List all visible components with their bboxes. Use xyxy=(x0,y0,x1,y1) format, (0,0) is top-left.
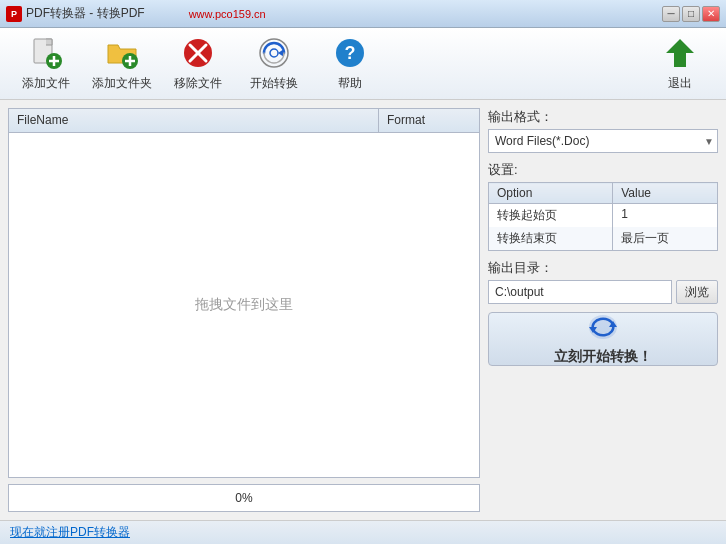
svg-point-11 xyxy=(270,49,278,57)
exit-button[interactable]: 退出 xyxy=(644,34,716,94)
bottom-bar: 现在就注册PDF转换器 xyxy=(0,520,726,544)
remove-file-label: 移除文件 xyxy=(174,75,222,92)
settings-table: Option Value 转换起始页1转换结束页最后一页 xyxy=(488,182,718,251)
close-button[interactable]: ✕ xyxy=(702,6,720,22)
table-row: 转换起始页1 xyxy=(489,204,718,228)
col-filename-header: FileName xyxy=(9,109,379,132)
start-convert-icon xyxy=(256,35,292,71)
browse-button[interactable]: 浏览 xyxy=(676,280,718,304)
format-select[interactable]: Word Files(*.Doc) xyxy=(488,129,718,153)
add-file-icon xyxy=(28,35,64,71)
value-col-header: Value xyxy=(613,183,718,204)
toolbar: 添加文件 添加文件夹 移除文件 xyxy=(0,28,726,100)
value-cell: 1 xyxy=(613,204,718,228)
convert-now-button[interactable]: 立刻开始转换！ xyxy=(488,312,718,366)
remove-file-icon xyxy=(180,35,216,71)
add-folder-button[interactable]: 添加文件夹 xyxy=(86,34,158,94)
main-content: FileName Format 拖拽文件到这里 0% 输出格式： Word Fi… xyxy=(0,100,726,520)
svg-marker-14 xyxy=(666,39,694,67)
col-format-header: Format xyxy=(379,109,479,132)
output-dir-label: 输出目录： xyxy=(488,259,718,277)
remove-file-button[interactable]: 移除文件 xyxy=(162,34,234,94)
option-cell: 转换结束页 xyxy=(489,227,613,251)
file-table-body[interactable]: 拖拽文件到这里 xyxy=(9,133,479,477)
app-icon: P xyxy=(6,6,22,22)
output-format-section: 输出格式： Word Files(*.Doc) ▼ xyxy=(488,108,718,153)
help-label: 帮助 xyxy=(338,75,362,92)
start-convert-button[interactable]: 开始转换 xyxy=(238,34,310,94)
title-bar: P PDF转换器 - 转换PDF www.pco159.cn ─ □ ✕ xyxy=(0,0,726,28)
right-panel: 输出格式： Word Files(*.Doc) ▼ 设置: Option Val… xyxy=(488,108,718,512)
drag-hint-text: 拖拽文件到这里 xyxy=(195,296,293,314)
output-dir-section: 输出目录： 浏览 xyxy=(488,259,718,304)
option-col-header: Option xyxy=(489,183,613,204)
add-folder-label: 添加文件夹 xyxy=(92,75,152,92)
watermark-text: www.pco159.cn xyxy=(189,8,266,20)
title-text: PDF转换器 - 转换PDF xyxy=(26,5,145,22)
register-link[interactable]: 现在就注册PDF转换器 xyxy=(10,524,130,541)
progress-area: 0% xyxy=(8,484,480,512)
add-file-button[interactable]: 添加文件 xyxy=(10,34,82,94)
convert-btn-label: 立刻开始转换！ xyxy=(554,348,652,366)
maximize-button[interactable]: □ xyxy=(682,6,700,22)
value-cell: 最后一页 xyxy=(613,227,718,251)
convert-btn-icon xyxy=(587,313,619,344)
option-cell: 转换起始页 xyxy=(489,204,613,228)
file-table: FileName Format 拖拽文件到这里 xyxy=(8,108,480,478)
help-button[interactable]: ? 帮助 xyxy=(314,34,386,94)
add-file-label: 添加文件 xyxy=(22,75,70,92)
svg-text:?: ? xyxy=(345,43,356,63)
exit-label: 退出 xyxy=(668,75,692,92)
output-dir-input[interactable] xyxy=(488,280,672,304)
output-format-label: 输出格式： xyxy=(488,108,718,126)
start-convert-label: 开始转换 xyxy=(250,75,298,92)
left-panel: FileName Format 拖拽文件到这里 0% xyxy=(8,108,480,512)
title-bar-controls: ─ □ ✕ xyxy=(662,6,720,22)
format-select-wrapper: Word Files(*.Doc) ▼ xyxy=(488,129,718,153)
file-table-header: FileName Format xyxy=(9,109,479,133)
title-bar-left: P PDF转换器 - 转换PDF www.pco159.cn xyxy=(6,5,266,22)
minimize-button[interactable]: ─ xyxy=(662,6,680,22)
progress-text: 0% xyxy=(235,491,252,505)
settings-label: 设置: xyxy=(488,161,718,179)
help-icon: ? xyxy=(332,35,368,71)
table-row: 转换结束页最后一页 xyxy=(489,227,718,251)
settings-section: 设置: Option Value 转换起始页1转换结束页最后一页 xyxy=(488,161,718,251)
exit-icon xyxy=(662,35,698,71)
add-folder-icon xyxy=(104,35,140,71)
output-dir-row: 浏览 xyxy=(488,280,718,304)
